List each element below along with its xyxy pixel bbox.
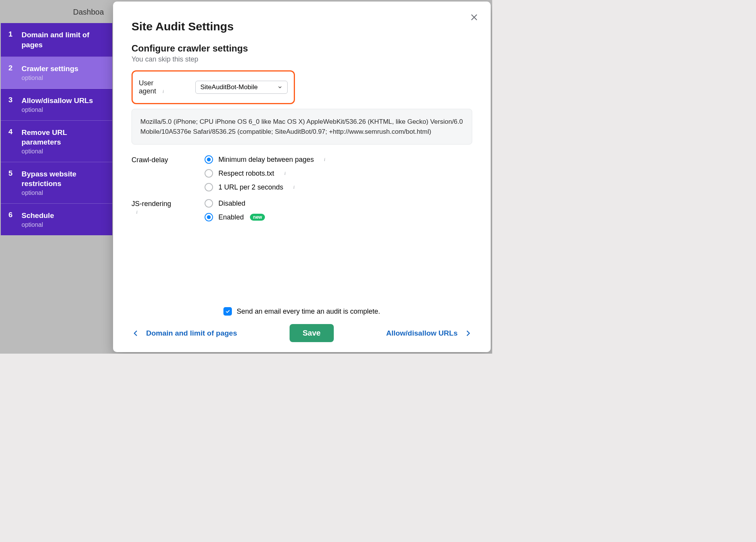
- radio-icon: [205, 155, 213, 164]
- wizard-sidebar: 1 Domain and limit of pages 2 Crawler se…: [1, 23, 112, 235]
- wizard-step-4[interactable]: 4 Remove URL parametersoptional: [1, 121, 112, 162]
- radio-icon: [205, 213, 213, 221]
- user-agent-highlight: User agent i SiteAuditBot-Mobile: [132, 70, 295, 104]
- next-button[interactable]: Allow/disallow URLs: [386, 329, 472, 338]
- wizard-step-title: Crawler settings: [22, 64, 78, 74]
- info-icon[interactable]: i: [160, 89, 167, 95]
- wizard-step-number: 5: [8, 169, 15, 178]
- js-option-label: Disabled: [218, 200, 245, 208]
- info-icon[interactable]: i: [291, 184, 297, 190]
- close-icon: [470, 13, 479, 22]
- user-agent-label: User agent: [139, 79, 156, 95]
- radio-icon: [205, 183, 213, 191]
- new-badge: new: [250, 214, 265, 221]
- wizard-step-optional: optional: [22, 75, 78, 81]
- crawl-delay-label: Crawl-delay: [132, 156, 168, 164]
- js-option-enabled[interactable]: Enabled new: [205, 213, 265, 221]
- wizard-step-optional: optional: [22, 221, 54, 228]
- wizard-step-number: 2: [8, 64, 15, 72]
- user-agent-string: Mozilla/5.0 (iPhone; CPU iPhone OS 6_0 l…: [132, 109, 472, 145]
- wizard-step-number: 1: [8, 30, 15, 38]
- wizard-step-1[interactable]: 1 Domain and limit of pages: [1, 23, 112, 57]
- next-label: Allow/disallow URLs: [386, 329, 458, 338]
- arrow-right-icon: [464, 329, 472, 338]
- wizard-step-6[interactable]: 6 Scheduleoptional: [1, 204, 112, 235]
- user-agent-value: SiteAuditBot-Mobile: [200, 83, 258, 91]
- wizard-step-2[interactable]: 2 Crawler settingsoptional: [1, 57, 112, 89]
- wizard-step-title: Allow/disallow URLs: [22, 96, 93, 106]
- modal-title: Site Audit Settings: [132, 20, 472, 33]
- crawl-option-label: Minimum delay between pages: [218, 156, 314, 164]
- info-icon[interactable]: i: [321, 156, 328, 163]
- back-button[interactable]: Domain and limit of pages: [132, 329, 237, 338]
- crawl-option-1per2[interactable]: 1 URL per 2 seconds i: [205, 183, 328, 191]
- wizard-step-optional: optional: [22, 106, 93, 113]
- crawl-option-label: Respect robots.txt: [218, 170, 274, 178]
- wizard-step-5[interactable]: 5 Bypass website restrictionsoptional: [1, 162, 112, 204]
- js-option-label: Enabled: [218, 213, 244, 221]
- save-button[interactable]: Save: [290, 324, 334, 342]
- check-icon: [225, 309, 230, 314]
- wizard-step-title: Remove URL parameters: [22, 128, 105, 147]
- crawl-option-robots[interactable]: Respect robots.txt i: [205, 169, 328, 178]
- info-icon[interactable]: i: [134, 209, 140, 215]
- wizard-step-title: Schedule: [22, 211, 54, 221]
- wizard-step-3[interactable]: 3 Allow/disallow URLsoptional: [1, 89, 112, 121]
- js-option-disabled[interactable]: Disabled: [205, 199, 265, 208]
- settings-modal: Site Audit Settings Configure crawler se…: [113, 2, 491, 352]
- chevron-down-icon: [277, 85, 283, 90]
- email-checkbox[interactable]: [223, 307, 232, 316]
- wizard-step-title: Domain and limit of pages: [22, 30, 105, 50]
- modal-subtitle: Configure crawler settings: [132, 43, 472, 54]
- wizard-step-number: 4: [8, 128, 15, 136]
- radio-icon: [205, 199, 213, 208]
- wizard-step-optional: optional: [22, 148, 105, 155]
- wizard-step-number: 3: [8, 96, 15, 104]
- user-agent-select[interactable]: SiteAuditBot-Mobile: [195, 81, 288, 94]
- radio-icon: [205, 169, 213, 178]
- email-label: Send an email every time an audit is com…: [236, 308, 380, 316]
- wizard-step-number: 6: [8, 211, 15, 219]
- crawl-option-label: 1 URL per 2 seconds: [218, 183, 283, 191]
- back-label: Domain and limit of pages: [146, 329, 237, 338]
- wizard-step-title: Bypass website restrictions: [22, 169, 105, 189]
- info-icon[interactable]: i: [282, 170, 288, 176]
- wizard-step-optional: optional: [22, 190, 105, 196]
- js-rendering-label: JS-rendering: [132, 200, 171, 208]
- crawl-option-min[interactable]: Minimum delay between pages i: [205, 155, 328, 164]
- skip-hint: You can skip this step: [132, 55, 472, 63]
- close-button[interactable]: [468, 12, 480, 23]
- arrow-left-icon: [132, 329, 140, 338]
